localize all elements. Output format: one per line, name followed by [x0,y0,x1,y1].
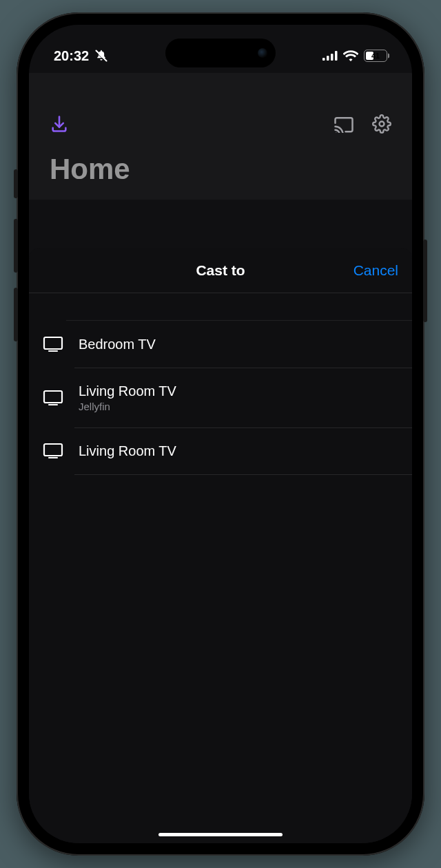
sheet-title: Cast to [196,262,245,279]
svg-rect-2 [322,58,325,61]
wifi-icon [343,50,358,61]
device-subtitle: Jellyfin [79,401,176,412]
svg-point-7 [336,133,338,134]
device-item[interactable]: Bedroom TV [29,321,412,368]
home-indicator[interactable] [158,833,283,836]
power-button [423,240,427,322]
device-name: Bedroom TV [79,337,156,352]
tv-icon [43,443,63,459]
device-item[interactable]: Living Room TV [29,427,412,474]
device-name: Living Room TV [79,443,176,459]
dynamic-island [165,39,276,67]
svg-point-8 [380,122,384,127]
cellular-signal-icon [322,51,338,61]
download-icon[interactable] [50,114,69,136]
gear-icon[interactable] [372,114,391,136]
silence-switch [14,169,18,198]
page-title: Home [50,153,391,186]
silent-mode-icon [94,49,108,63]
svg-rect-3 [327,56,329,61]
battery-percentage: 41 [365,52,387,60]
phone-frame: 20:32 41 [17,12,424,856]
tv-icon [43,390,63,406]
device-name: Living Room TV [79,383,176,399]
svg-rect-13 [44,444,62,456]
svg-rect-11 [44,391,62,403]
front-camera [258,48,267,58]
cast-icon[interactable] [334,115,354,136]
status-time: 20:32 [54,48,89,64]
svg-rect-4 [331,54,334,61]
svg-rect-9 [44,337,62,349]
volume-down-button [14,288,18,341]
volume-up-button [14,219,18,273]
battery-icon: 41 [364,50,387,62]
tv-icon [43,336,63,352]
device-list: Bedroom TV Living Room TV Jellyfin [29,321,412,475]
sheet-header: Cast to Cancel [29,248,412,293]
app-header: Home [29,73,412,200]
cancel-button[interactable]: Cancel [353,262,398,279]
screen: 20:32 41 [29,25,412,843]
svg-rect-5 [335,51,338,61]
device-item[interactable]: Living Room TV Jellyfin [29,368,412,427]
cast-sheet: Cast to Cancel Bedroom TV [29,248,412,843]
sheet-spacer [66,293,412,321]
